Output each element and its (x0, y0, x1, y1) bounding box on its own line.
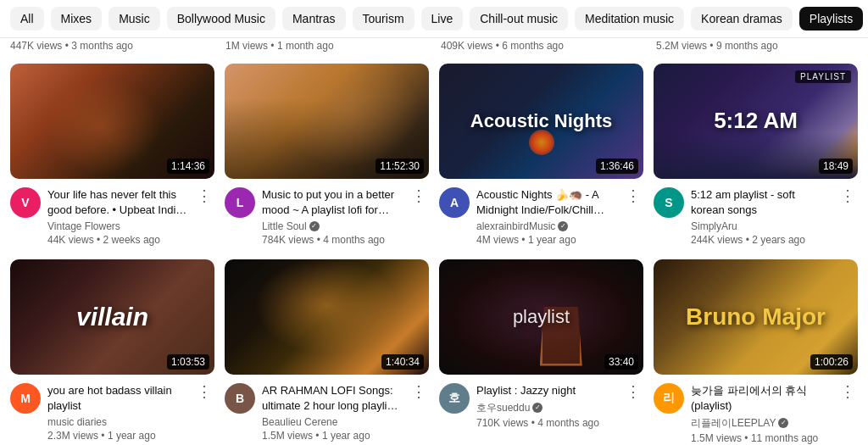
thumbnail[interactable]: villain1:03:53 (10, 259, 214, 375)
duration-badge: 1:36:46 (596, 159, 638, 174)
channel-name[interactable]: 리플레이LEEPLAY (691, 416, 831, 431)
video-title[interactable]: AR RAHMAN LOFI Songs: ultimate 2 hour lo… (262, 383, 402, 414)
avatar[interactable]: S (654, 187, 684, 218)
video-stats: 710K views • 4 months ago (476, 417, 616, 429)
filter-chip-all[interactable]: All (10, 7, 44, 31)
channel-name[interactable]: 호우sueddu (476, 401, 616, 415)
more-options-button[interactable]: ⋮ (194, 186, 214, 206)
duration-badge: 1:14:36 (167, 159, 209, 174)
video-title[interactable]: Acoustic Nights 🍌🦔 - A Midnight Indie/Fo… (476, 187, 616, 218)
filter-chip-music[interactable]: Music (108, 7, 160, 31)
partial-stat: 5.2M views • 9 months ago (656, 40, 858, 52)
thumbnail[interactable]: Bruno Major1:00:26 (654, 259, 858, 375)
video-info-row: 리늦가을 파리에서의 휴식 (playlist)리플레이LEEPLAY 1.5M… (654, 383, 858, 444)
video-info-row: BAR RAHMAN LOFI Songs: ultimate 2 hour l… (225, 383, 429, 442)
filter-chip-korean-dramas[interactable]: Korean dramas (691, 7, 793, 31)
thumbnail[interactable]: Acoustic Nights1:36:46 (439, 64, 643, 179)
more-options-button[interactable]: ⋮ (194, 381, 214, 402)
avatar[interactable]: V (10, 187, 41, 218)
video-stats: 244K views • 2 years ago (691, 234, 831, 246)
duration-badge: 1:03:53 (167, 354, 209, 370)
channel-name[interactable]: Beaulieu Cerene (262, 416, 402, 428)
video-card[interactable]: 5:12 AM18:49PLAYLISTS5:12 am playlist - … (654, 64, 858, 246)
filter-chip-chill-out-music[interactable]: Chill-out music (470, 7, 568, 31)
thumbnail-text: villain (73, 299, 152, 335)
video-stats: 4M views • 1 year ago (476, 234, 616, 246)
thumbnail-text: playlist (509, 303, 573, 331)
filter-chip-live[interactable]: Live (421, 7, 464, 31)
video-grid: 1:14:36VYour life has never felt this go… (0, 57, 868, 445)
video-card[interactable]: Bruno Major1:00:26리늦가을 파리에서의 휴식 (playlis… (654, 259, 858, 444)
verified-icon (309, 221, 320, 231)
verified-icon (532, 403, 542, 413)
filter-chip-playlists[interactable]: Playlists (799, 7, 863, 31)
video-stats: 784K views • 4 months ago (262, 234, 402, 246)
avatar[interactable]: 리 (654, 383, 684, 414)
filter-chip-mixes[interactable]: Mixes (51, 7, 103, 31)
video-meta: you are hot badass villain playlistmusic… (47, 383, 187, 442)
duration-badge: 33:40 (604, 354, 638, 370)
video-card[interactable]: 1:40:34BAR RAHMAN LOFI Songs: ultimate 2… (225, 259, 429, 444)
thumbnail-text: Bruno Major (682, 300, 829, 334)
channel-name[interactable]: Vintage Flowers (47, 220, 187, 232)
duration-badge: 11:52:30 (376, 159, 424, 174)
filter-chip-meditation-music[interactable]: Meditation music (575, 7, 684, 31)
video-info-row: S5:12 am playlist - soft korean songsSim… (654, 187, 858, 246)
video-stats: 2.3M views • 1 year ago (47, 430, 187, 442)
video-info-row: LMusic to put you in a better mood ~ A p… (225, 187, 429, 246)
video-info-row: VYour life has never felt this good befo… (10, 187, 214, 246)
video-meta: Acoustic Nights 🍌🦔 - A Midnight Indie/Fo… (476, 187, 616, 246)
video-info-row: Myou are hot badass villain playlistmusi… (10, 383, 214, 442)
video-title[interactable]: you are hot badass villain playlist (47, 383, 187, 414)
channel-name[interactable]: SimplyAru (691, 220, 831, 232)
video-card[interactable]: 1:14:36VYour life has never felt this go… (10, 64, 214, 246)
video-meta: Music to put you in a better mood ~ A pl… (262, 187, 402, 246)
avatar[interactable]: 호 (439, 383, 470, 414)
video-card[interactable]: 11:52:30LMusic to put you in a better mo… (225, 64, 429, 246)
video-title[interactable]: 늦가을 파리에서의 휴식 (playlist) (691, 383, 831, 414)
video-stats: 1.5M views • 11 months ago (691, 432, 831, 444)
thumbnail[interactable]: 1:14:36 (10, 64, 214, 179)
video-card[interactable]: villain1:03:53Myou are hot badass villai… (10, 259, 214, 444)
duration-badge: 18:49 (819, 159, 853, 174)
channel-name[interactable]: music diaries (47, 416, 187, 428)
channel-name[interactable]: alexrainbirdMusic (476, 220, 616, 232)
verified-icon (558, 221, 568, 231)
more-options-button[interactable]: ⋮ (409, 381, 429, 402)
avatar[interactable]: B (225, 383, 255, 414)
video-title[interactable]: Music to put you in a better mood ~ A pl… (262, 187, 402, 218)
thumbnail[interactable]: 1:40:34 (225, 259, 429, 375)
partial-stat: 447K views • 3 months ago (10, 40, 212, 52)
more-options-button[interactable]: ⋮ (409, 186, 429, 206)
filter-chip-tourism[interactable]: Tourism (353, 7, 415, 31)
video-card[interactable]: playlist33:40호Playlist : Jazzy night호우su… (439, 259, 643, 444)
more-options-button[interactable]: ⋮ (837, 381, 858, 402)
video-info-row: 호Playlist : Jazzy night호우sueddu 710K vie… (439, 383, 643, 429)
video-info-row: AAcoustic Nights 🍌🦔 - A Midnight Indie/F… (439, 187, 643, 246)
more-options-button[interactable]: ⋮ (623, 186, 643, 206)
thumbnail[interactable]: 5:12 AM18:49PLAYLIST (654, 64, 858, 179)
video-meta: Playlist : Jazzy night호우sueddu 710K view… (476, 383, 616, 429)
video-meta: AR RAHMAN LOFI Songs: ultimate 2 hour lo… (262, 383, 402, 442)
filter-chip-mantras[interactable]: Mantras (282, 7, 346, 31)
filter-chip-bollywood-music[interactable]: Bollywood Music (167, 7, 275, 31)
video-title[interactable]: 5:12 am playlist - soft korean songs (691, 187, 831, 218)
partial-stat: 409K views • 6 months ago (441, 40, 643, 52)
partial-stat: 1M views • 1 month ago (225, 40, 427, 52)
more-options-button[interactable]: ⋮ (837, 186, 858, 206)
verified-icon (778, 418, 788, 428)
video-title[interactable]: Your life has never felt this good befor… (47, 187, 187, 218)
video-stats: 44K views • 2 weeks ago (47, 234, 187, 246)
duration-badge: 1:00:26 (810, 354, 853, 370)
channel-name[interactable]: Little Soul (262, 220, 402, 232)
avatar[interactable]: A (439, 187, 470, 218)
avatar[interactable]: M (10, 383, 41, 414)
video-title[interactable]: Playlist : Jazzy night (476, 383, 616, 398)
thumbnail[interactable]: playlist33:40 (439, 259, 643, 375)
more-options-button[interactable]: ⋮ (623, 381, 643, 402)
thumbnail[interactable]: 11:52:30 (225, 64, 429, 179)
video-meta: Your life has never felt this good befor… (47, 187, 187, 246)
video-card[interactable]: Acoustic Nights1:36:46AAcoustic Nights 🍌… (439, 64, 643, 246)
video-meta: 5:12 am playlist - soft korean songsSimp… (691, 187, 831, 246)
avatar[interactable]: L (225, 187, 255, 218)
